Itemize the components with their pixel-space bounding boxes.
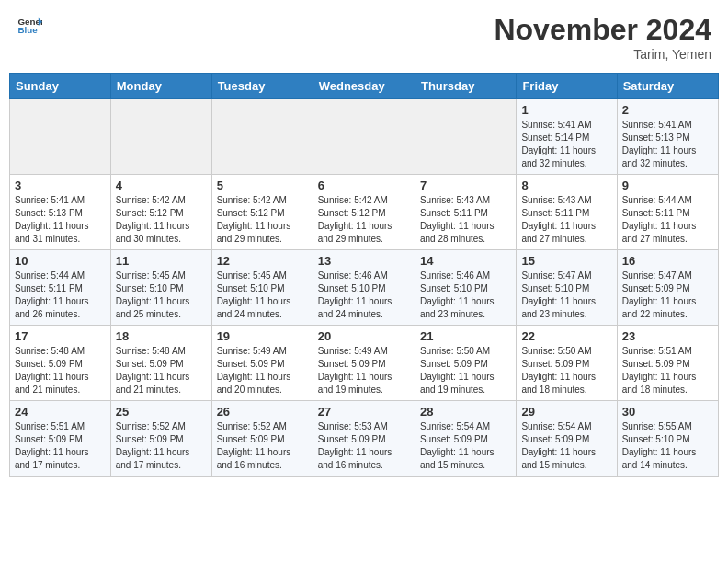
calendar-header-row: SundayMondayTuesdayWednesdayThursdayFrid… <box>10 74 719 99</box>
day-info: Sunrise: 5:45 AMSunset: 5:10 PMDaylight:… <box>217 270 308 321</box>
calendar-cell: 26Sunrise: 5:52 AMSunset: 5:09 PMDayligh… <box>211 401 313 477</box>
calendar-cell: 13Sunrise: 5:46 AMSunset: 5:10 PMDayligh… <box>313 250 415 326</box>
day-info: Sunrise: 5:46 AMSunset: 5:10 PMDaylight:… <box>420 270 511 321</box>
day-info: Sunrise: 5:51 AMSunset: 5:09 PMDaylight:… <box>622 345 713 396</box>
calendar-cell <box>110 99 211 175</box>
day-info: Sunrise: 5:48 AMSunset: 5:09 PMDaylight:… <box>15 345 106 396</box>
day-number: 22 <box>521 329 611 343</box>
calendar-week-row: 1Sunrise: 5:41 AMSunset: 5:14 PMDaylight… <box>10 99 719 175</box>
day-info: Sunrise: 5:47 AMSunset: 5:10 PMDaylight:… <box>521 270 611 321</box>
calendar-cell: 15Sunrise: 5:47 AMSunset: 5:10 PMDayligh… <box>517 250 617 326</box>
day-info: Sunrise: 5:48 AMSunset: 5:09 PMDaylight:… <box>116 345 207 396</box>
day-info: Sunrise: 5:45 AMSunset: 5:10 PMDaylight:… <box>116 270 207 321</box>
day-number: 26 <box>217 405 308 419</box>
day-info: Sunrise: 5:49 AMSunset: 5:09 PMDaylight:… <box>217 345 308 396</box>
day-info: Sunrise: 5:44 AMSunset: 5:11 PMDaylight:… <box>15 270 106 321</box>
day-number: 29 <box>521 405 611 419</box>
calendar-cell: 17Sunrise: 5:48 AMSunset: 5:09 PMDayligh… <box>10 326 111 401</box>
day-number: 10 <box>15 254 106 268</box>
day-info: Sunrise: 5:43 AMSunset: 5:11 PMDaylight:… <box>521 194 611 246</box>
day-number: 12 <box>217 254 308 268</box>
calendar-cell: 10Sunrise: 5:44 AMSunset: 5:11 PMDayligh… <box>10 250 111 326</box>
calendar-cell: 25Sunrise: 5:52 AMSunset: 5:09 PMDayligh… <box>110 401 211 477</box>
calendar-cell: 30Sunrise: 5:55 AMSunset: 5:10 PMDayligh… <box>617 401 718 477</box>
calendar-week-row: 10Sunrise: 5:44 AMSunset: 5:11 PMDayligh… <box>10 250 719 326</box>
day-number: 14 <box>420 254 511 268</box>
day-info: Sunrise: 5:41 AMSunset: 5:13 PMDaylight:… <box>622 119 713 170</box>
page-header: General Blue November 2024 Tarim, Yemen <box>9 9 719 65</box>
day-info: Sunrise: 5:42 AMSunset: 5:12 PMDaylight:… <box>217 194 308 246</box>
day-info: Sunrise: 5:47 AMSunset: 5:09 PMDaylight:… <box>622 270 713 321</box>
calendar-cell <box>415 99 516 175</box>
calendar-cell: 27Sunrise: 5:53 AMSunset: 5:09 PMDayligh… <box>313 401 415 477</box>
calendar-cell <box>313 99 415 175</box>
weekday-header: Saturday <box>617 74 718 99</box>
day-number: 27 <box>318 405 410 419</box>
calendar-cell: 4Sunrise: 5:42 AMSunset: 5:12 PMDaylight… <box>110 175 211 250</box>
day-number: 19 <box>217 329 308 343</box>
day-info: Sunrise: 5:50 AMSunset: 5:09 PMDaylight:… <box>420 345 511 396</box>
calendar-cell: 24Sunrise: 5:51 AMSunset: 5:09 PMDayligh… <box>10 401 111 477</box>
calendar-cell: 9Sunrise: 5:44 AMSunset: 5:11 PMDaylight… <box>617 175 718 250</box>
calendar-cell: 8Sunrise: 5:43 AMSunset: 5:11 PMDaylight… <box>517 175 617 250</box>
weekday-header: Sunday <box>10 74 111 99</box>
day-number: 20 <box>318 329 410 343</box>
day-info: Sunrise: 5:49 AMSunset: 5:09 PMDaylight:… <box>318 345 410 396</box>
day-number: 15 <box>521 254 611 268</box>
calendar-cell: 22Sunrise: 5:50 AMSunset: 5:09 PMDayligh… <box>517 326 617 401</box>
calendar-week-row: 24Sunrise: 5:51 AMSunset: 5:09 PMDayligh… <box>10 401 719 477</box>
location: Tarim, Yemen <box>494 47 711 62</box>
day-info: Sunrise: 5:52 AMSunset: 5:09 PMDaylight:… <box>116 420 207 472</box>
title-block: November 2024 Tarim, Yemen <box>494 13 711 62</box>
day-info: Sunrise: 5:44 AMSunset: 5:11 PMDaylight:… <box>622 194 713 246</box>
calendar-cell: 12Sunrise: 5:45 AMSunset: 5:10 PMDayligh… <box>211 250 313 326</box>
day-info: Sunrise: 5:54 AMSunset: 5:09 PMDaylight:… <box>420 420 511 472</box>
calendar-cell: 3Sunrise: 5:41 AMSunset: 5:13 PMDaylight… <box>10 175 111 250</box>
day-info: Sunrise: 5:50 AMSunset: 5:09 PMDaylight:… <box>521 345 611 396</box>
day-number: 13 <box>318 254 410 268</box>
weekday-header: Tuesday <box>211 74 313 99</box>
day-number: 8 <box>521 178 611 192</box>
calendar-cell: 2Sunrise: 5:41 AMSunset: 5:13 PMDaylight… <box>617 99 718 175</box>
day-info: Sunrise: 5:41 AMSunset: 5:13 PMDaylight:… <box>15 194 106 246</box>
weekday-header: Thursday <box>415 74 516 99</box>
calendar-cell <box>211 99 313 175</box>
day-number: 17 <box>15 329 106 343</box>
logo: General Blue <box>17 13 42 39</box>
calendar-cell: 7Sunrise: 5:43 AMSunset: 5:11 PMDaylight… <box>415 175 516 250</box>
day-number: 1 <box>521 103 611 117</box>
day-info: Sunrise: 5:42 AMSunset: 5:12 PMDaylight:… <box>318 194 410 246</box>
calendar-cell: 11Sunrise: 5:45 AMSunset: 5:10 PMDayligh… <box>110 250 211 326</box>
calendar-cell: 1Sunrise: 5:41 AMSunset: 5:14 PMDaylight… <box>517 99 617 175</box>
day-number: 11 <box>116 254 207 268</box>
calendar-week-row: 3Sunrise: 5:41 AMSunset: 5:13 PMDaylight… <box>10 175 719 250</box>
day-number: 23 <box>622 329 713 343</box>
logo-icon: General Blue <box>17 13 42 39</box>
day-number: 7 <box>420 178 511 192</box>
calendar-cell: 16Sunrise: 5:47 AMSunset: 5:09 PMDayligh… <box>617 250 718 326</box>
day-info: Sunrise: 5:55 AMSunset: 5:10 PMDaylight:… <box>622 420 713 472</box>
day-info: Sunrise: 5:42 AMSunset: 5:12 PMDaylight:… <box>116 194 207 246</box>
day-number: 16 <box>622 254 713 268</box>
calendar-cell: 20Sunrise: 5:49 AMSunset: 5:09 PMDayligh… <box>313 326 415 401</box>
day-number: 28 <box>420 405 511 419</box>
day-number: 2 <box>622 103 713 117</box>
calendar-cell: 19Sunrise: 5:49 AMSunset: 5:09 PMDayligh… <box>211 326 313 401</box>
day-number: 30 <box>622 405 713 419</box>
weekday-header: Monday <box>110 74 211 99</box>
calendar-week-row: 17Sunrise: 5:48 AMSunset: 5:09 PMDayligh… <box>10 326 719 401</box>
day-number: 21 <box>420 329 511 343</box>
calendar-cell: 5Sunrise: 5:42 AMSunset: 5:12 PMDaylight… <box>211 175 313 250</box>
calendar-cell <box>10 99 111 175</box>
calendar-cell: 29Sunrise: 5:54 AMSunset: 5:09 PMDayligh… <box>517 401 617 477</box>
day-info: Sunrise: 5:41 AMSunset: 5:14 PMDaylight:… <box>521 119 611 170</box>
day-info: Sunrise: 5:52 AMSunset: 5:09 PMDaylight:… <box>217 420 308 472</box>
day-number: 18 <box>116 329 207 343</box>
calendar-cell: 6Sunrise: 5:42 AMSunset: 5:12 PMDaylight… <box>313 175 415 250</box>
calendar-table: SundayMondayTuesdayWednesdayThursdayFrid… <box>9 73 719 477</box>
day-number: 9 <box>622 178 713 192</box>
day-info: Sunrise: 5:51 AMSunset: 5:09 PMDaylight:… <box>15 420 106 472</box>
day-info: Sunrise: 5:43 AMSunset: 5:11 PMDaylight:… <box>420 194 511 246</box>
day-number: 24 <box>15 405 106 419</box>
day-info: Sunrise: 5:46 AMSunset: 5:10 PMDaylight:… <box>318 270 410 321</box>
